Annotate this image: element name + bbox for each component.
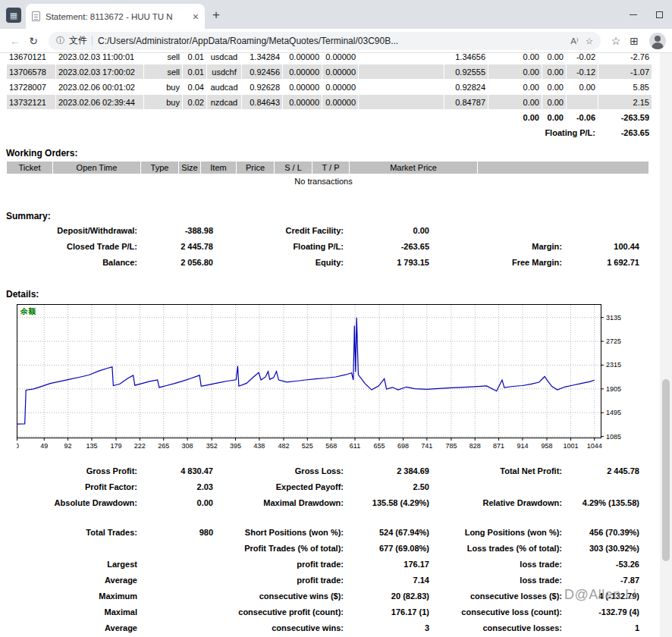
stat-value: [564, 479, 641, 495]
back-button[interactable]: ←: [6, 35, 24, 47]
cell-commission: 0.00: [488, 95, 542, 109]
balance-legend: 余额: [20, 306, 36, 317]
refresh-button[interactable]: ↻: [24, 35, 42, 47]
cell-market_price: 0.92555: [444, 64, 488, 79]
new-tab-button[interactable]: +: [212, 8, 220, 23]
cell-size: 0.04: [183, 80, 206, 94]
cell-tp: 0.00000: [322, 53, 358, 64]
stat-label: consecutive losses:: [431, 620, 564, 636]
summary-value: 100.44: [564, 239, 641, 255]
wo-header-cell: Open Time: [53, 162, 140, 174]
svg-text:179: 179: [111, 442, 122, 450]
minimize-button[interactable]: [620, 0, 646, 29]
cell-commission: 0.00: [488, 53, 542, 64]
stat-label: Relative Drawdown:: [431, 495, 564, 511]
total-swap: -0.06: [567, 110, 598, 124]
cell-open_time: 2023.02.06 02:39:44: [56, 95, 143, 109]
stat-label: Maximal: [6, 604, 139, 620]
totals-row: 0.000.00-0.06-263.59: [7, 110, 652, 124]
cell-sl: 0.00000: [283, 80, 322, 94]
page-scrollbar[interactable]: [660, 53, 672, 637]
profile-avatar[interactable]: [649, 33, 666, 49]
svg-text:265: 265: [158, 442, 169, 450]
stat-value: [139, 620, 215, 636]
scrollbar-thumb[interactable]: [662, 379, 670, 561]
wo-header-cell: Type: [141, 162, 178, 174]
wo-header-cell: Ticket: [7, 162, 52, 174]
browser-tab[interactable]: Statement: 8113672 - HUU TU N ×: [26, 4, 205, 29]
cell-type: sell: [144, 64, 182, 79]
page-favicon-icon: [32, 11, 40, 21]
tab-close-icon[interactable]: ×: [193, 11, 199, 23]
page-info-icon[interactable]: ⓘ: [56, 35, 64, 46]
url-text[interactable]: C:/Users/Administrator/AppData/Roaming/M…: [98, 36, 564, 46]
stat-value: 2 384.69: [345, 463, 431, 479]
favorites-icon[interactable]: ☆: [607, 35, 625, 47]
stat-label: Average: [6, 573, 139, 588]
add-favorite-icon[interactable]: ☆: [586, 36, 593, 46]
stat-label: Absolute Drawdown:: [6, 495, 139, 511]
read-aloud-icon[interactable]: A⁾: [570, 36, 579, 46]
svg-text:828: 828: [469, 442, 481, 450]
stat-value: [139, 541, 215, 557]
summary-label: Credit Facility:: [215, 223, 345, 239]
svg-text:1085: 1085: [606, 433, 621, 441]
stat-value: 4.29% (135.58): [564, 495, 641, 511]
svg-text:2315: 2315: [606, 361, 621, 369]
stat-value: 1: [564, 620, 641, 636]
tab-bar: ▦ Statement: 8113672 - HUU TU N × +: [0, 0, 672, 29]
address-bar[interactable]: ⓘ 文件 C:/Users/Administrator/AppData/Roam…: [49, 32, 601, 50]
stat-value: 176.17 (1): [345, 604, 431, 620]
stat-value: [139, 557, 215, 573]
working-orders-table: TicketOpen TimeTypeSizeItemPriceS / LT /…: [6, 161, 649, 174]
summary-value: 1 692.71: [564, 255, 641, 271]
stat-label: Average: [6, 620, 139, 636]
stat-label: Loss trades (% of total):: [431, 541, 564, 557]
summary-value: -388.98: [139, 223, 215, 239]
stat-value: [139, 604, 215, 620]
stat-label: [6, 541, 139, 557]
maximize-button[interactable]: [646, 0, 672, 29]
cell-swap: [567, 95, 598, 109]
stat-label: profit trade:: [215, 573, 345, 588]
svg-text:914: 914: [517, 442, 528, 450]
wo-header-cell: T / P: [312, 162, 349, 174]
stat-label: Profit Trades (% of total):: [215, 541, 345, 557]
window-controls: [620, 0, 672, 29]
svg-text:395: 395: [230, 442, 241, 450]
stat-value: 2.50: [345, 479, 431, 495]
browser-menu-icon[interactable]: ▦: [6, 8, 21, 23]
cell-ticket: 13706578: [7, 64, 55, 79]
stat-value: 135.58 (4.29%): [345, 495, 431, 511]
cell-taxes: 0.00: [542, 53, 566, 64]
stat-value: 524 (67.94%): [345, 525, 431, 541]
stat-value: 4 830.47: [139, 463, 215, 479]
trade-row: 136701212023.02.03 11:00:01sell0.01usdca…: [7, 53, 652, 64]
cell-swap: -0.12: [567, 64, 598, 79]
navigation-bar: ← ↻ ⓘ 文件 C:/Users/Administrator/AppData/…: [0, 29, 672, 53]
trade-row: 137321212023.02.06 02:39:44buy0.02nzdcad…: [7, 95, 652, 109]
cell-sl: 0.00000: [283, 64, 322, 79]
total-taxes: 0.00: [542, 110, 566, 124]
svg-text:352: 352: [206, 442, 218, 450]
stat-label: consecutive loss (count):: [431, 604, 564, 620]
watermark: D@Allen Li: [564, 587, 636, 603]
cell-profit: 5.85: [598, 80, 652, 94]
floating-pl-label: Floating P/L:: [7, 125, 598, 140]
cell-ticket: 13732121: [7, 95, 55, 109]
stat-value: 176.17: [345, 557, 431, 573]
cell-swap: 0.00: [567, 80, 598, 94]
stat-value: 456 (70.39%): [564, 525, 641, 541]
stat-label: [431, 479, 564, 495]
cell-market_price: 0.92824: [444, 80, 488, 94]
stat-value: 2 445.78: [564, 463, 641, 479]
cell-commission: 0.00: [488, 64, 542, 79]
stat-value: -53.26: [564, 557, 641, 573]
working-orders-title: Working Orders:: [6, 148, 660, 158]
cell-type: sell: [144, 53, 182, 64]
cell-market_price: 1.34656: [444, 53, 488, 64]
cell-profit: 2.15: [598, 95, 652, 109]
summary-grid: Deposit/Withdrawal:-388.98Credit Facilit…: [6, 223, 641, 271]
protocol-label: 文件: [69, 34, 87, 47]
collections-icon[interactable]: ⊞: [625, 35, 643, 47]
